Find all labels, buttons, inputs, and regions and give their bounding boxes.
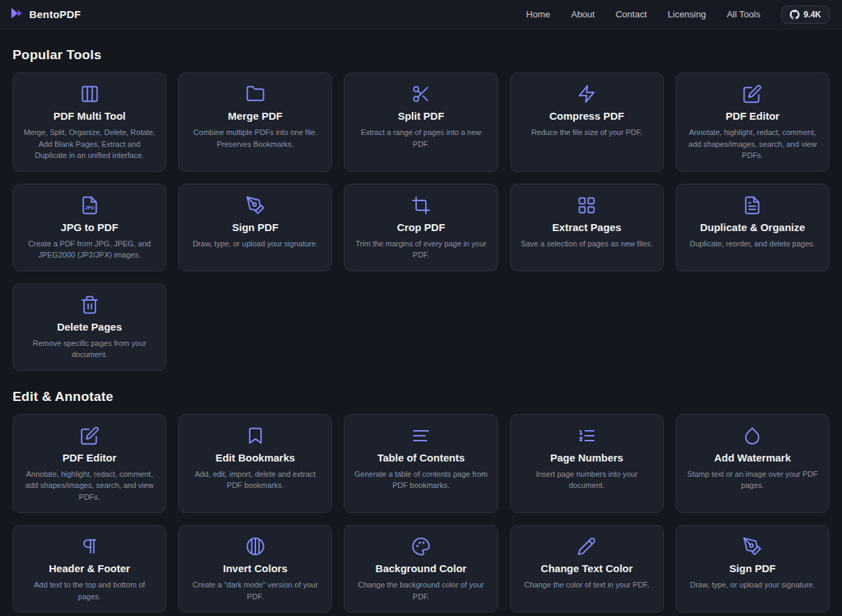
tool-card-title: Page Numbers xyxy=(550,452,623,464)
tool-card-title: Header & Footer xyxy=(49,562,130,574)
tool-card-description: Save a selection of pages as new files. xyxy=(521,238,653,250)
tool-card-description: Duplicate, reorder, and delete pages. xyxy=(690,238,815,250)
tool-card-table-of-contents[interactable]: Table of ContentsGenerate a table of con… xyxy=(344,414,498,514)
jpg-file-icon: JPG xyxy=(80,196,100,215)
tool-card-title: Background Color xyxy=(376,562,467,574)
tool-card-description: Change the background color of your PDF. xyxy=(354,579,488,602)
tool-card-title: Table of Contents xyxy=(377,452,465,464)
pen-nib-icon xyxy=(742,537,762,556)
tool-card-background-color[interactable]: Background ColorChange the background co… xyxy=(344,525,498,613)
list-icon xyxy=(411,426,431,445)
folder-icon xyxy=(246,84,265,104)
numbered-list-icon xyxy=(577,426,596,445)
tool-card-duplicate-organize[interactable]: Duplicate & OrganizeDuplicate, reorder, … xyxy=(676,184,829,271)
brand-name: BentoPDF xyxy=(29,8,81,20)
tool-card-description: Annotate, highlight, redact, comment, ad… xyxy=(22,468,157,503)
tool-card-description: Insert page numbers into your document. xyxy=(520,468,654,491)
columns-icon xyxy=(80,84,100,104)
nav-right: HomeAboutContactLicensingAll Tools 9.4K xyxy=(526,6,829,24)
tool-card-description: Reduce the file size of your PDF. xyxy=(531,127,642,139)
tool-card-title: Compress PDF xyxy=(549,110,624,122)
tool-card-title: PDF Editor xyxy=(63,452,117,464)
tool-card-title: Extract Pages xyxy=(553,221,621,233)
tool-card-description: Combine multiple PDFs into one file. Pre… xyxy=(188,127,322,150)
tool-card-pdf-multi-tool[interactable]: PDF Multi ToolMerge, Split, Organize, De… xyxy=(13,72,166,172)
tool-card-description: Trim the margins of every page in your P… xyxy=(354,238,488,261)
tool-card-description: Add text to the top and bottom of pages. xyxy=(22,579,157,602)
tool-card-description: Add, edit, import, delete and extract PD… xyxy=(188,468,322,491)
bentopdf-logo-icon xyxy=(10,6,24,23)
trash-icon xyxy=(80,295,100,315)
tool-card-description: Extract a range of pages into a new PDF. xyxy=(354,127,488,150)
tool-card-merge-pdf[interactable]: Merge PDFCombine multiple PDFs into one … xyxy=(178,72,332,172)
tool-card-title: Edit Bookmarks xyxy=(216,452,295,464)
svg-text:JPG: JPG xyxy=(85,205,95,210)
tool-card-pdf-editor[interactable]: PDF EditorAnnotate, highlight, redact, c… xyxy=(676,72,829,172)
nav-link-licensing[interactable]: Licensing xyxy=(668,9,706,19)
tool-card-compress-pdf[interactable]: Compress PDFReduce the file size of your… xyxy=(510,72,664,172)
github-stars-button[interactable]: 9.4K xyxy=(781,6,829,24)
tool-card-title: Sign PDF xyxy=(729,562,776,574)
tool-card-change-text-color[interactable]: Change Text ColorChange the color of tex… xyxy=(510,525,664,613)
tool-card-jpg-to-pdf[interactable]: JPGJPG to PDFCreate a PDF from JPG, JPEG… xyxy=(13,184,166,271)
tool-card-title: PDF Editor xyxy=(726,110,780,122)
section-title: Popular Tools xyxy=(13,47,829,63)
tool-card-edit-bookmarks[interactable]: Edit BookmarksAdd, edit, import, delete … xyxy=(178,414,332,514)
nav-link-home[interactable]: Home xyxy=(526,9,550,19)
github-star-count: 9.4K xyxy=(804,10,821,19)
pen-nib-icon xyxy=(246,196,265,215)
tool-card-header-footer[interactable]: Header & FooterAdd text to the top and b… xyxy=(13,525,166,613)
tool-card-add-watermark[interactable]: Add WatermarkStamp text or an image over… xyxy=(676,414,829,514)
bookmark-icon xyxy=(246,426,265,445)
contrast-icon xyxy=(246,537,265,556)
tool-card-title: Duplicate & Organize xyxy=(700,221,805,233)
pen-icon xyxy=(577,537,596,556)
tool-card-title: Delete Pages xyxy=(57,321,122,333)
tool-card-title: Invert Colors xyxy=(223,562,288,574)
tool-card-title: Add Watermark xyxy=(714,452,791,464)
tool-grid: PDF EditorAnnotate, highlight, redact, c… xyxy=(13,414,829,616)
tool-card-invert-colors[interactable]: Invert ColorsCreate a "dark mode" versio… xyxy=(178,525,332,613)
palette-icon xyxy=(411,537,431,556)
document-duplicate-icon xyxy=(742,196,762,215)
tool-card-crop-pdf[interactable]: Crop PDFTrim the margins of every page i… xyxy=(344,184,498,271)
tool-card-title: Split PDF xyxy=(398,110,445,122)
tool-card-sign-pdf[interactable]: Sign PDFDraw, type, or upload your signa… xyxy=(676,525,829,613)
tool-card-description: Stamp text or an image over your PDF pag… xyxy=(685,468,820,491)
tool-card-title: Change Text Color xyxy=(541,562,633,574)
tool-card-page-numbers[interactable]: Page NumbersInsert page numbers into you… xyxy=(510,414,664,514)
nav-link-contact[interactable]: Contact xyxy=(616,9,647,19)
tool-grid: PDF Multi ToolMerge, Split, Organize, De… xyxy=(13,72,829,371)
tool-card-title: Merge PDF xyxy=(228,110,283,122)
tool-card-split-pdf[interactable]: Split PDFExtract a range of pages into a… xyxy=(344,72,498,172)
tool-card-title: JPG to PDF xyxy=(61,221,118,233)
tool-card-description: Generate a table of contents page from P… xyxy=(354,468,488,491)
tool-card-title: Crop PDF xyxy=(397,221,445,233)
lightning-icon xyxy=(577,84,596,104)
tool-card-description: Create a "dark mode" version of your PDF… xyxy=(188,579,322,602)
main-content: Popular ToolsPDF Multi ToolMerge, Split,… xyxy=(0,29,842,616)
tool-card-description: Draw, type, or upload your signature. xyxy=(690,579,816,591)
navbar: BentoPDF HomeAboutContactLicensingAll To… xyxy=(0,0,842,29)
grid-icon xyxy=(577,196,596,215)
tool-card-description: Change the color of text in your PDF. xyxy=(524,579,649,591)
nav-link-all-tools[interactable]: All Tools xyxy=(726,9,760,19)
tool-card-pdf-editor[interactable]: PDF EditorAnnotate, highlight, redact, c… xyxy=(13,414,166,514)
tool-card-sign-pdf[interactable]: Sign PDFDraw, type, or upload your signa… xyxy=(178,184,332,271)
droplet-icon xyxy=(742,426,762,445)
nav-link-about[interactable]: About xyxy=(571,9,595,19)
github-icon xyxy=(790,10,800,19)
tool-card-title: PDF Multi Tool xyxy=(54,110,126,122)
tool-card-description: Annotate, highlight, redact, comment, ad… xyxy=(685,127,820,161)
brand[interactable]: BentoPDF xyxy=(10,6,81,23)
tool-card-delete-pages[interactable]: Delete PagesRemove specific pages from y… xyxy=(13,283,166,371)
tool-card-title: Sign PDF xyxy=(232,221,278,233)
tool-card-description: Create a PDF from JPG, JPEG, and JPEG200… xyxy=(22,238,157,261)
tool-card-description: Draw, type, or upload your signature. xyxy=(193,238,318,250)
tool-card-description: Merge, Split, Organize, Delete, Rotate, … xyxy=(22,127,157,161)
section-edit-annotate: Edit & AnnotatePDF EditorAnnotate, highl… xyxy=(13,389,829,616)
pencil-square-icon xyxy=(742,84,762,104)
tool-card-extract-pages[interactable]: Extract PagesSave a selection of pages a… xyxy=(510,184,664,271)
scissors-icon xyxy=(411,84,431,104)
section-title: Edit & Annotate xyxy=(13,389,829,404)
